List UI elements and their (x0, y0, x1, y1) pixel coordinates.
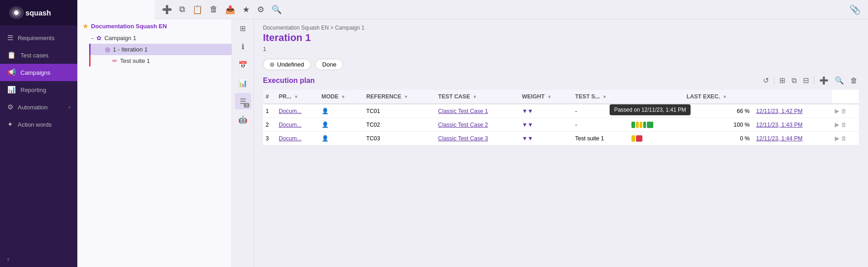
sidebar-item-test-cases[interactable]: 📋 Test cases (0, 46, 77, 64)
status-bar-segment (636, 122, 639, 128)
test-case-link[interactable]: Classic Test Case 2 (438, 122, 488, 128)
exec-delete-icon[interactable]: 🗑 (849, 75, 859, 86)
status-bar-segment (631, 122, 635, 128)
tree-root[interactable]: ★ Documentation Squash EN (77, 20, 232, 32)
tree-item-iteration1[interactable]: ◎ 1 - Iteration 1 (89, 44, 232, 55)
col-weight[interactable]: WEIGHT ▼ (519, 90, 572, 104)
paste-icon[interactable]: ⊟ (802, 75, 810, 86)
settings-icon[interactable]: ⚙ (257, 5, 264, 15)
status-bars-container (631, 122, 681, 128)
pr-link[interactable]: Docum... (279, 135, 302, 142)
side-tab-grid[interactable]: ⊞ (235, 20, 251, 36)
col-reference[interactable]: REFERENCE ▼ (363, 90, 435, 104)
cell-reference: TC01 (363, 104, 435, 118)
weight-filter-icon[interactable]: ▼ (547, 94, 552, 99)
col-mode[interactable]: MODE ▼ (319, 90, 363, 104)
delete-icon[interactable]: 🗑 (210, 5, 218, 14)
play-icon[interactable]: ▶ (835, 121, 839, 128)
export-icon[interactable]: 📤 (225, 5, 235, 15)
row-delete-icon[interactable]: 🗑 (841, 122, 847, 128)
mode-icon: 👤 (322, 135, 329, 142)
table-row: 2 Docum... 👤 TC02 Classic Test Case 2 ▼▼… (263, 118, 859, 132)
status-bar: Undefined Done (254, 57, 868, 75)
cell-row-actions: ▶ 🗑 (832, 104, 859, 118)
star-icon: ★ (83, 23, 88, 30)
side-tab-chart[interactable]: 📊 (235, 75, 251, 91)
test-case-link[interactable]: Classic Test Case 1 (438, 108, 488, 114)
sidebar-item-campaigns[interactable]: 📢 Campaigns (0, 64, 77, 81)
tree-item-testsuite1[interactable]: ✏ Test suite 1 (89, 55, 232, 67)
test-case-link[interactable]: Classic Test Case 3 (438, 135, 488, 142)
tree-item-campaign1[interactable]: − ✿ Campaign 1 (84, 32, 232, 44)
sidebar-collapse-btn[interactable]: ‹ (0, 252, 77, 267)
add-icon[interactable]: ➕ (162, 5, 172, 15)
last-exec-link[interactable]: 12/11/23, 1:42 PM (756, 108, 802, 114)
status-bar-segment (643, 122, 646, 128)
automation-icon: ⚙ (7, 103, 13, 111)
col-test-case[interactable]: TEST CASE ▼ (435, 90, 519, 104)
pr-filter-icon[interactable]: ▼ (294, 94, 298, 99)
table-row: 3 Docum... 👤 TC03 Classic Test Case 3 ▼▼… (263, 132, 859, 145)
sidebar-item-reporting[interactable]: 📊 Reporting (0, 81, 77, 98)
top-toolbar: ➕ ⧉ 📋 🗑 📤 ★ ⚙ 🔍 📎 (155, 0, 868, 19)
copy-icon[interactable]: ⧉ (790, 75, 798, 86)
ref-filter-icon[interactable]: ▼ (404, 94, 408, 99)
le-filter-icon[interactable]: ▼ (722, 94, 727, 99)
sidebar-label-campaigns: Campaigns (20, 69, 50, 76)
cell-weight: ▼▼ (519, 118, 572, 132)
page-title: Iteration 1 (254, 32, 868, 46)
ts-filter-icon[interactable]: ▼ (602, 94, 607, 99)
side-tab-list[interactable]: ☰ 3 (235, 93, 251, 109)
sidebar-item-requirements[interactable]: ☰ Requirements (0, 29, 77, 46)
star-icon[interactable]: ★ (242, 5, 250, 15)
pr-link[interactable]: Docum... (279, 108, 302, 114)
cell-test-suite: - (572, 118, 629, 132)
status-bars-container (631, 108, 681, 114)
play-icon[interactable]: ▶ (835, 108, 839, 114)
cell-last-exec: 12/11/23, 1:44 PM (753, 132, 832, 145)
status-undefined-label: Undefined (277, 61, 304, 68)
pr-link[interactable]: Docum... (279, 122, 302, 128)
duplicate-icon[interactable]: ⧉ (179, 5, 185, 14)
page-subtitle: 1 (254, 46, 868, 57)
mode-filter-icon[interactable]: ▼ (341, 94, 346, 99)
cell-percent: 66 % (684, 104, 753, 118)
exec-search-icon[interactable]: 🔍 (833, 75, 845, 86)
cell-test-case: Classic Test Case 3 (435, 132, 519, 145)
exec-add-icon[interactable]: ➕ (818, 75, 830, 86)
columns-icon[interactable]: ⊞ (778, 75, 787, 86)
tc-filter-icon[interactable]: ▼ (473, 94, 477, 99)
col-last-exec[interactable]: LAST EXEC. ▼ (684, 90, 753, 104)
sidebar-item-automation[interactable]: ⚙ Automation › (0, 98, 77, 116)
status-bar-segment (640, 122, 642, 128)
cell-last-exec: 12/11/23, 1:43 PM (753, 118, 832, 132)
col-pr[interactable]: PR... ▼ (276, 90, 319, 104)
cell-status-bars (629, 104, 684, 118)
side-tab-calendar[interactable]: 📅 (235, 56, 251, 73)
side-tab-info[interactable]: ℹ (235, 38, 251, 55)
search-icon[interactable]: 🔍 (272, 5, 282, 15)
play-icon[interactable]: ▶ (835, 135, 839, 142)
refresh-icon[interactable]: ↺ (762, 75, 770, 86)
col-test-suite[interactable]: TEST S... ▼ (572, 90, 629, 104)
side-tab-robot[interactable]: 🤖 (235, 111, 251, 128)
status-done-button[interactable]: Done (315, 59, 343, 70)
cell-test-suite: - (572, 104, 629, 118)
last-exec-link[interactable]: 12/11/23, 1:44 PM (756, 135, 802, 142)
attachment-icon[interactable]: 📎 (849, 4, 861, 15)
sidebar-navigation: ☰ Requirements 📋 Test cases 📢 Campaigns … (0, 26, 77, 252)
row-delete-icon[interactable]: 🗑 (841, 135, 847, 142)
clipboard-icon[interactable]: 📋 (192, 5, 202, 15)
svg-point-2 (14, 10, 19, 15)
sidebar-item-action-words[interactable]: ✦ Action words (0, 116, 77, 133)
chart-icon: 📊 (238, 79, 247, 87)
last-exec-link[interactable]: 12/11/23, 1:43 PM (756, 122, 802, 128)
reporting-icon: 📊 (7, 86, 16, 94)
test-cases-icon: 📋 (7, 51, 16, 59)
cell-test-case: Classic Test Case 1 (435, 104, 519, 118)
row-action-icons: ▶ 🗑 (835, 121, 856, 128)
cell-test-suite: Test suite 1 (572, 132, 629, 145)
row-delete-icon[interactable]: 🗑 (841, 108, 847, 114)
status-undefined-button[interactable]: Undefined (263, 59, 311, 70)
table-header-row: # PR... ▼ MODE ▼ REFERENCE ▼ TEST CASE ▼… (263, 90, 859, 104)
